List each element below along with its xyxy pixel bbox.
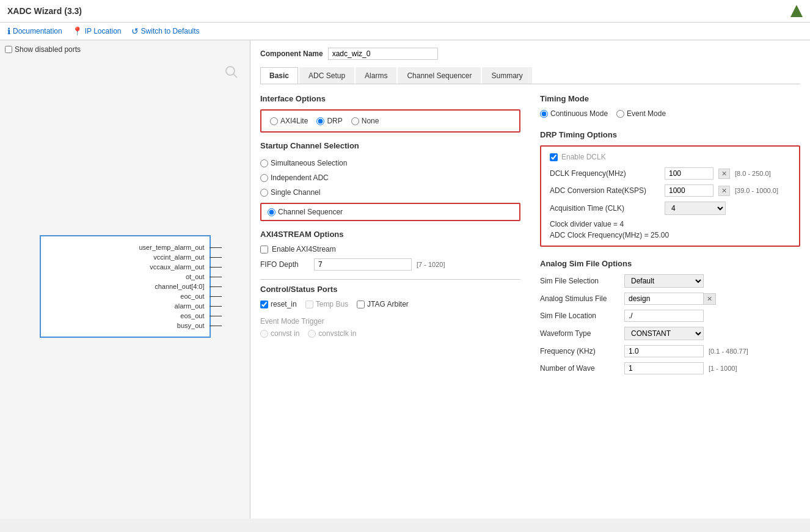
port-ot-out: ot_out (41, 272, 210, 282)
event-mode-section: Event Mode Trigger convst in convstclk i… (260, 317, 520, 338)
frequency-input[interactable] (624, 345, 704, 357)
radio-single-channel[interactable]: Single Channel (260, 188, 520, 197)
waveform-type-row: Waveform Type CONSTANT SINE RAMP (540, 327, 800, 340)
documentation-button[interactable]: ℹ Documentation (7, 26, 62, 36)
adc-conv-input[interactable] (665, 184, 713, 197)
adc-conv-row: ADC Conversion Rate(KSPS) ✕ [39.0 - 1000… (550, 184, 790, 197)
radio-simultaneous[interactable]: Simultaneous Selection (260, 159, 520, 167)
show-disabled-checkbox[interactable] (5, 46, 12, 53)
ip-location-button[interactable]: 📍 IP Location (72, 26, 122, 36)
radio-continuous-mode[interactable]: Continuous Mode (540, 109, 608, 118)
toolbar: ℹ Documentation 📍 IP Location ↺ Switch t… (0, 23, 810, 40)
port-vccint: vccint_alarm_out (41, 252, 210, 262)
sim-file-location-input[interactable] (624, 310, 704, 322)
drp-timing-section: Enable DCLK DCLK Frequency(MHz) ✕ [8.0 -… (540, 145, 800, 247)
control-status-section: Control/Status Ports reset_in Temp Bus J… (260, 285, 520, 308)
diagram-box: user_temp_alarm_out vccint_alarm_out vcc… (40, 235, 211, 338)
num-wave-row: Number of Wave [1 - 1000] (540, 362, 800, 374)
cb-reset-in[interactable]: reset_in (260, 300, 297, 308)
show-disabled-row: Show disabled ports (5, 45, 245, 54)
acq-time-row: Acquisition Time (CLK) 4 (550, 202, 790, 215)
search-icon (224, 65, 239, 81)
radio-none[interactable]: None (351, 117, 379, 125)
fifo-depth-row: FIFO Depth [7 - 1020] (260, 258, 520, 271)
analog-stimulus-clear[interactable]: ✕ (704, 293, 716, 305)
port-alarm-out: alarm_out (41, 301, 210, 311)
info-icon: ℹ (7, 26, 10, 36)
num-wave-input[interactable] (624, 362, 704, 374)
left-section: Interface Options AXI4Lite DRP None (260, 94, 520, 379)
cb-temp-bus[interactable]: Temp Bus (305, 300, 348, 308)
radio-channel-sequencer[interactable]: Channel Sequencer (268, 208, 513, 216)
radio-independent[interactable]: Independent ADC (260, 173, 520, 182)
tab-summary[interactable]: Summary (482, 67, 531, 84)
tab-content-basic: Interface Options AXI4Lite DRP None (260, 94, 800, 379)
interface-options-group: AXI4Lite DRP None (260, 109, 520, 133)
left-panel: Show disabled ports + s_drp + (0, 40, 250, 519)
component-name-input[interactable] (328, 48, 438, 60)
switch-defaults-button[interactable]: ↺ Switch to Defaults (131, 26, 200, 36)
enable-axi4stream-checkbox[interactable] (260, 246, 268, 253)
tabs: Basic ADC Setup Alarms Channel Sequencer… (260, 67, 800, 84)
analog-sim-section: Analog Sim File Options Sim File Selecti… (540, 259, 800, 374)
channel-sequencer-group: Channel Sequencer (260, 203, 520, 221)
app-title: XADC Wizard (3.3) (7, 6, 82, 16)
app-header: XADC Wizard (3.3) (0, 0, 810, 23)
radio-axi4lite[interactable]: AXI4Lite (270, 117, 308, 125)
port-channel-out: channel_out[4:0] (41, 282, 210, 291)
right-section: Timing Mode Continuous Mode Event Mode D… (540, 94, 800, 379)
dclk-freq-clear[interactable]: ✕ (718, 169, 730, 179)
radio-event-mode[interactable]: Event Mode (616, 109, 666, 118)
clock-divider-info: Clock divider value = 4 (550, 220, 790, 228)
cb-jtag-arbiter[interactable]: JTAG Arbiter (357, 300, 409, 308)
control-status-checkboxes: reset_in Temp Bus JTAG Arbiter (260, 300, 520, 308)
component-name-row: Component Name (260, 48, 800, 60)
timing-mode-section: Timing Mode Continuous Mode Event Mode (540, 94, 800, 118)
dclk-freq-row: DCLK Frequency(MHz) ✕ [8.0 - 250.0] (550, 167, 790, 180)
startup-channel-options: Simultaneous Selection Independent ADC S… (260, 159, 520, 221)
analog-stimulus-input-group: ✕ (624, 293, 716, 305)
svg-line-1 (233, 74, 237, 78)
fifo-depth-input[interactable] (314, 258, 412, 271)
adc-clock-freq-info: ADC Clock Frequency(MHz) = 25.00 (550, 231, 790, 239)
axi4stream-section: Enable AXI4Stream FIFO Depth [7 - 1020] (260, 245, 520, 271)
port-busy-out: busy_out (41, 321, 210, 330)
tab-channel-sequencer[interactable]: Channel Sequencer (398, 67, 481, 84)
enable-dclk-row: Enable DCLK (550, 153, 790, 161)
timing-mode-radio-row: Continuous Mode Event Mode (540, 109, 800, 118)
frequency-row: Frequency (KHz) [0.1 - 480.77] (540, 345, 800, 357)
right-panel: Component Name Basic ADC Setup Alarms Ch… (250, 40, 810, 519)
enable-dclk-checkbox[interactable] (550, 153, 558, 161)
radio-convst-in: convst in (260, 329, 299, 338)
radio-convstclk-in: convstclk in (308, 329, 356, 338)
analog-stimulus-row: Analog Stimulus File ✕ (540, 293, 800, 305)
waveform-type-select[interactable]: CONSTANT SINE RAMP (624, 327, 704, 340)
analog-stimulus-input[interactable] (624, 293, 704, 305)
port-eoc-out: eoc_out (41, 291, 210, 301)
port-user-temp: user_temp_alarm_out (41, 242, 210, 252)
tab-alarms[interactable]: Alarms (356, 67, 396, 84)
tab-basic[interactable]: Basic (260, 67, 298, 84)
refresh-icon: ↺ (131, 26, 139, 36)
sim-file-selection-row: Sim File Selection Default Custom (540, 274, 800, 288)
tab-adc-setup[interactable]: ADC Setup (299, 67, 354, 84)
adc-conv-clear[interactable]: ✕ (718, 186, 730, 196)
svg-point-0 (226, 67, 235, 75)
main-layout: Show disabled ports + s_drp + (0, 40, 810, 519)
acq-time-select[interactable]: 4 (665, 202, 726, 215)
port-eos-out: eos_out (41, 311, 210, 321)
sim-file-location-row: Sim File Location (540, 310, 800, 322)
sim-file-selection-select[interactable]: Default Custom (624, 274, 704, 288)
port-vccaux: vccaux_alarm_out (41, 262, 210, 272)
header-icon (790, 5, 803, 17)
dclk-freq-input[interactable] (665, 167, 713, 180)
radio-drp[interactable]: DRP (316, 117, 342, 125)
interface-radio-row: AXI4Lite DRP None (270, 117, 511, 125)
location-icon: 📍 (72, 26, 82, 36)
component-diagram: + s_drp + Vp_Vn dclk_in reset_in (5, 59, 245, 514)
enable-axi4stream-row: Enable AXI4Stream (260, 245, 520, 253)
event-mode-radio-group: convst in convstclk in (260, 329, 520, 338)
